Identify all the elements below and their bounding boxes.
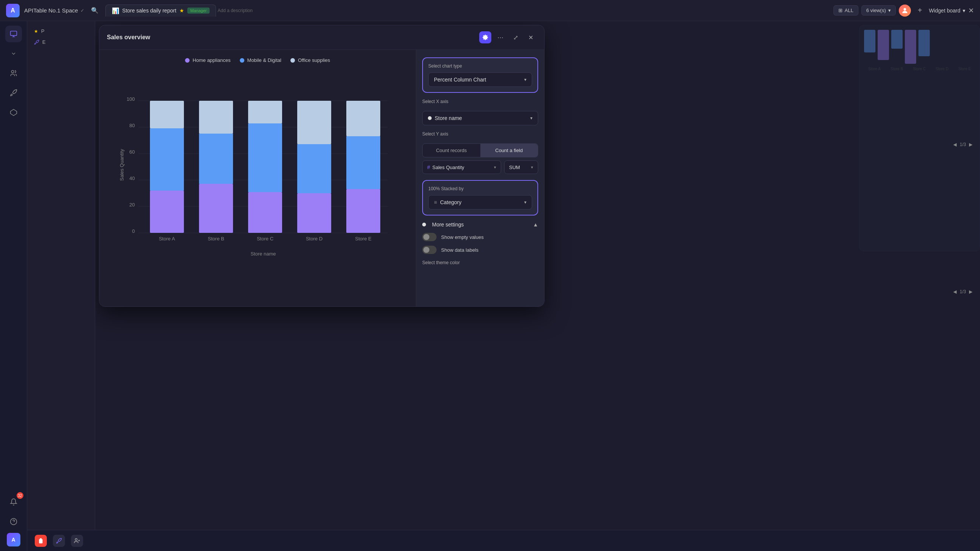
svg-text:Store C: Store C [257,236,274,241]
star-icon[interactable]: ★ [180,8,184,14]
show-labels-toggle[interactable] [422,246,437,254]
svg-point-0 [903,8,906,11]
prev-page-icon[interactable]: ◀ [953,142,956,147]
chart-legend: Home appliances Mobile & Digital Office … [185,57,330,63]
sidebar-item-help[interactable] [5,513,22,530]
user-avatar-sidebar[interactable]: A [7,533,21,546]
tab-icon: 📊 [112,7,119,14]
item-label: P [41,28,45,34]
chevron-down-icon: ▾ [531,165,533,170]
sidebar-bottom: 32 A [5,494,22,546]
chevron-down-icon: ▾ [963,8,965,14]
sidebar-item-monitor[interactable] [5,25,22,42]
svg-text:100: 100 [127,96,135,102]
more-options-button[interactable]: ⋯ [494,31,506,43]
next-page-icon[interactable]: ▶ [969,142,972,147]
pagination-bottom: ◀ 1/3 ▶ [953,289,972,294]
legend-home-appliances: Home appliances [185,57,231,63]
svg-text:80: 80 [129,123,135,128]
prev-page-icon-2[interactable]: ◀ [953,289,956,294]
active-tab[interactable]: 📊 Store sales daily report ★ Manager [105,5,216,17]
chevron-down-icon: ▾ [524,77,527,82]
add-widget-button[interactable]: + [914,5,926,17]
sidebar-item-hexagon[interactable] [5,104,22,121]
bar-a-bottom [150,191,184,233]
secondary-item-e[interactable]: E [30,37,92,48]
stacked-dropdown[interactable]: ≡ Category ▾ [428,195,532,210]
user-avatar [899,5,911,17]
more-settings-toggle[interactable]: More settings ▲ [422,222,538,227]
svg-text:Store name: Store name [250,251,276,257]
y-axis-label: Select Y axis [422,131,538,137]
bar-b-bottom [199,184,233,233]
views-count-button[interactable]: 6 view(s) ▾ [861,5,896,16]
chart-type-dropdown[interactable]: Percent Column Chart ▾ [428,73,532,87]
modal-header: Sales overview ⋯ ⤢ ✕ [99,25,544,50]
rocket-toolbar-button[interactable] [53,535,65,547]
expand-button[interactable]: ⤢ [509,31,522,43]
item-label-e: E [42,39,46,45]
count-records-button[interactable]: Count records [423,144,480,157]
bar-c-bottom [248,192,282,233]
legend-label-office: Office supplies [298,57,330,63]
tab-description[interactable]: Add a description [218,8,253,13]
svg-text:Store D: Store D [306,236,323,241]
legend-office-supplies: Office supplies [290,57,330,63]
bar-e-top [346,101,380,136]
field-select[interactable]: # Sales Quantity ▾ [422,160,501,174]
widget-board-button[interactable]: Widget board ▾ [929,8,965,14]
modal-body: Home appliances Mobile & Digital Office … [99,50,544,306]
top-bar: A APITable No.1 Space ✓ 🔍 📊 Store sales … [0,0,980,21]
count-field-button[interactable]: Count a field [480,144,538,157]
bar-e-mid [346,136,380,189]
bar-c-mid [248,124,282,192]
x-axis-dropdown[interactable]: Store name ▾ [422,111,538,125]
bar-d-mid [297,144,331,193]
bar-e-bottom [346,189,380,233]
show-empty-row: Show empty values [422,233,538,241]
theme-color-label: Select theme color [422,260,538,265]
close-modal-button[interactable]: ✕ [525,31,537,43]
sidebar-item-notifications[interactable]: 32 [5,494,22,510]
bar-a-top [150,101,184,128]
settings-button[interactable] [479,31,491,43]
user-add-toolbar-button[interactable] [71,535,83,547]
star-icon: ★ [34,29,38,34]
sidebar-item-rocket[interactable] [5,84,22,101]
show-labels-row: Show data labels [422,246,538,254]
chart-type-section: Select chart type Percent Column Chart ▾ [422,57,538,93]
pagination-top: ◀ 1/3 ▶ [953,142,972,147]
svg-marker-3 [10,110,17,116]
svg-point-25 [75,538,77,540]
search-button[interactable]: 🔍 [89,5,101,17]
x-axis-section: Select X axis Store name ▾ [422,99,538,125]
show-empty-toggle[interactable] [422,233,437,241]
stacked-section: 100% Stacked by ≡ Category ▾ [422,180,538,216]
bar-c-top [248,101,282,124]
notification-badge: 32 [17,492,24,499]
bar-d-bottom [297,193,331,233]
view-all-button[interactable]: ⊞ ALL [834,5,858,16]
gear-icon [482,34,488,40]
tab-title: Store sales daily report [123,8,177,14]
delete-button[interactable] [35,535,47,547]
svg-rect-1 [10,31,17,36]
next-page-icon-2[interactable]: ▶ [969,289,972,294]
chevron-down-icon: ▾ [524,200,527,205]
close-top-button[interactable]: ✕ [968,6,974,15]
legend-label-mobile: Mobile & Digital [247,57,282,63]
percent-column-chart: 0 20 40 60 80 100 Sales Quantity [116,71,399,259]
chart-svg-container: 0 20 40 60 80 100 Sales Quantity [107,71,408,299]
stacked-label: 100% Stacked by [428,186,532,191]
sidebar-item-chevron[interactable] [5,45,22,62]
sidebar-item-users[interactable] [5,65,22,81]
right-panel: Select chart type Percent Column Chart ▾… [416,50,544,306]
field-name: Sales Quantity [433,165,465,170]
bar-b-top [199,101,233,133]
app-avatar: A [6,4,20,17]
aggregation-select[interactable]: SUM ▾ [504,160,538,174]
trash-icon [38,538,44,544]
secondary-item-p[interactable]: ★ P [30,25,92,37]
stacked-value: Category [440,199,461,205]
bar-d-top [297,101,331,144]
